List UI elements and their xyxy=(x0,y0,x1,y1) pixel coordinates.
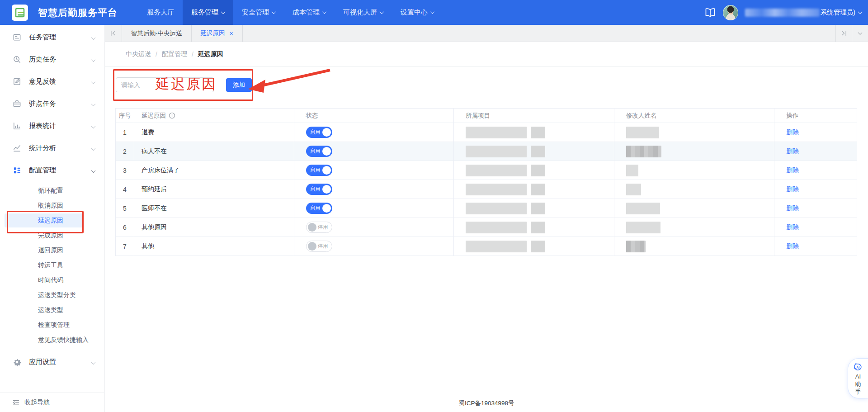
table-row: 5医师不在启用删除 xyxy=(116,199,857,218)
project-redacted xyxy=(466,165,545,176)
ai-assistant-button[interactable]: AI AI助手 xyxy=(848,358,868,398)
status-toggle[interactable]: 启用 xyxy=(306,165,332,176)
tab-bar-right xyxy=(835,25,868,42)
breadcrumb-item-1[interactable]: 中央运送 xyxy=(126,50,151,58)
nav-item-4[interactable]: 成本管理 xyxy=(284,0,335,25)
sidebar-item-6[interactable]: 统计分析 xyxy=(0,137,104,159)
sidebar-subitem-运送类型[interactable]: 运送类型 xyxy=(0,303,104,317)
sidebar-item-8[interactable]: 应用设置 xyxy=(0,351,104,373)
redacted-block xyxy=(531,203,545,214)
sidebar-item-1[interactable]: 任务管理 xyxy=(0,26,104,48)
status-toggle[interactable]: 启用 xyxy=(306,184,332,195)
nav-chevron-down-icon xyxy=(221,9,226,14)
station-icon xyxy=(13,99,21,108)
info-icon[interactable] xyxy=(169,112,175,119)
toggle-knob xyxy=(322,166,331,175)
redacted-block xyxy=(626,165,638,176)
breadcrumb-item-2[interactable]: 配置管理 xyxy=(162,50,187,58)
report-icon xyxy=(13,122,21,130)
sidebar-item-7[interactable]: 配置管理 xyxy=(0,159,104,181)
sidebar-subitem-运送类型分类[interactable]: 运送类型分类 xyxy=(0,288,104,303)
sidebar-item-3[interactable]: 意见反馈 xyxy=(0,71,104,93)
user-menu[interactable]: 系统管理员) xyxy=(745,8,862,17)
ai-assistant-label: AI助手 xyxy=(855,373,861,396)
cell-editor xyxy=(614,180,775,199)
sidebar-chevron-icon xyxy=(92,78,95,85)
sidebar-subitem-label: 延迟原因 xyxy=(38,217,63,225)
toggle-label: 启用 xyxy=(310,167,321,174)
table-row: 7其他停用删除 xyxy=(116,237,857,256)
delete-link[interactable]: 删除 xyxy=(786,242,799,251)
tabs-scroll-right-button[interactable] xyxy=(835,25,852,42)
delete-link[interactable]: 删除 xyxy=(786,204,799,213)
docs-book-icon[interactable] xyxy=(704,7,716,19)
app-root: 智慧后勤服务平台 服务大厅服务管理安全管理成本管理可视化大屏设置中心 系统管理员… xyxy=(0,0,868,412)
reason-input[interactable] xyxy=(116,77,214,92)
sidebar-item-label: 任务管理 xyxy=(29,33,56,42)
history-icon xyxy=(13,55,21,64)
delete-link[interactable]: 删除 xyxy=(786,166,799,175)
sidebar-subitem-完成原因[interactable]: 完成原因 xyxy=(0,228,104,243)
ai-label-line: 助 xyxy=(855,381,861,388)
tab-1[interactable]: 智慧后勤-中央运送 xyxy=(122,25,192,42)
project-redacted xyxy=(466,146,545,157)
tab-2[interactable]: 延迟原因× xyxy=(192,25,243,42)
sidebar-item-5[interactable]: 报表统计 xyxy=(0,115,104,137)
cell-editor xyxy=(614,199,775,218)
delete-link[interactable]: 删除 xyxy=(786,147,799,156)
nav-item-2[interactable]: 服务管理 xyxy=(183,0,233,25)
delete-link[interactable]: 删除 xyxy=(786,128,799,137)
project-redacted xyxy=(466,184,545,195)
nav-item-label: 可视化大屏 xyxy=(343,8,377,17)
platform-logo-icon xyxy=(12,5,28,21)
tabs-dropdown-button[interactable] xyxy=(852,25,868,42)
tabs-scroll-left-button[interactable] xyxy=(105,25,122,42)
cell-project xyxy=(454,161,614,180)
sidebar-item-2[interactable]: 历史任务 xyxy=(0,48,104,71)
sidebar-subitem-循环配置[interactable]: 循环配置 xyxy=(0,183,104,198)
sidebar-subitem-取消原因[interactable]: 取消原因 xyxy=(0,198,104,213)
status-toggle[interactable]: 启用 xyxy=(306,146,332,157)
sidebar-item-label: 意见反馈 xyxy=(29,77,56,86)
sidebar-subitem-检查项管理[interactable]: 检查项管理 xyxy=(0,317,104,332)
status-toggle[interactable]: 停用 xyxy=(306,241,332,252)
sidebar-subitem-延迟原因[interactable]: 延迟原因 xyxy=(0,213,104,228)
cell-seq: 5 xyxy=(116,199,134,218)
cell-seq: 2 xyxy=(116,142,134,161)
nav-item-6[interactable]: 设置中心 xyxy=(392,0,443,25)
tab-close-icon[interactable]: × xyxy=(230,30,233,37)
breadcrumb: 中央运送/配置管理/延迟原因 xyxy=(105,42,868,67)
nav-item-3[interactable]: 安全管理 xyxy=(233,0,284,25)
redacted-block xyxy=(531,165,545,176)
collapse-nav-button[interactable]: 收起导航 xyxy=(0,393,104,412)
sidebar-sub-list: 循环配置取消原因延迟原因完成原因退回原因转运工具时间代码运送类型分类运送类型检查… xyxy=(0,183,104,347)
status-toggle[interactable]: 启用 xyxy=(306,203,332,214)
sidebar-item-4[interactable]: 驻点任务 xyxy=(0,93,104,115)
toggle-knob xyxy=(322,128,331,137)
tasks-icon xyxy=(13,33,21,42)
reasons-table: 序号延迟原因状态所属项目修改人姓名操作 1退费启用删除2病人不在启用删除3产房床… xyxy=(115,108,857,256)
sidebar-subitem-时间代码[interactable]: 时间代码 xyxy=(0,273,104,288)
sidebar-subitem-意见反馈快捷输入[interactable]: 意见反馈快捷输入 xyxy=(0,332,104,347)
nav-item-5[interactable]: 可视化大屏 xyxy=(335,0,392,25)
table-header-label: 操作 xyxy=(786,112,798,120)
toggle-label: 启用 xyxy=(310,148,321,155)
reason-text: 病人不在 xyxy=(142,147,167,156)
redacted-block xyxy=(626,146,661,157)
sidebar-subitem-转运工具[interactable]: 转运工具 xyxy=(0,258,104,273)
sidebar-subitem-label: 运送类型分类 xyxy=(38,291,76,299)
nav-item-1[interactable]: 服务大厅 xyxy=(138,0,183,25)
user-avatar[interactable] xyxy=(723,5,738,20)
table-row: 3产房床位满了启用删除 xyxy=(116,161,857,180)
status-toggle[interactable]: 停用 xyxy=(306,222,332,233)
cell-status: 停用 xyxy=(294,218,454,237)
cell-seq: 7 xyxy=(116,237,134,256)
delete-link[interactable]: 删除 xyxy=(786,185,799,194)
status-toggle[interactable]: 启用 xyxy=(306,127,332,138)
cell-project xyxy=(454,218,614,237)
nav-chevron-down-icon xyxy=(322,9,327,14)
add-button[interactable]: 添加 xyxy=(226,78,252,92)
delete-link[interactable]: 删除 xyxy=(786,223,799,232)
sidebar-subitem-退回原因[interactable]: 退回原因 xyxy=(0,243,104,258)
redacted-block xyxy=(531,222,545,233)
